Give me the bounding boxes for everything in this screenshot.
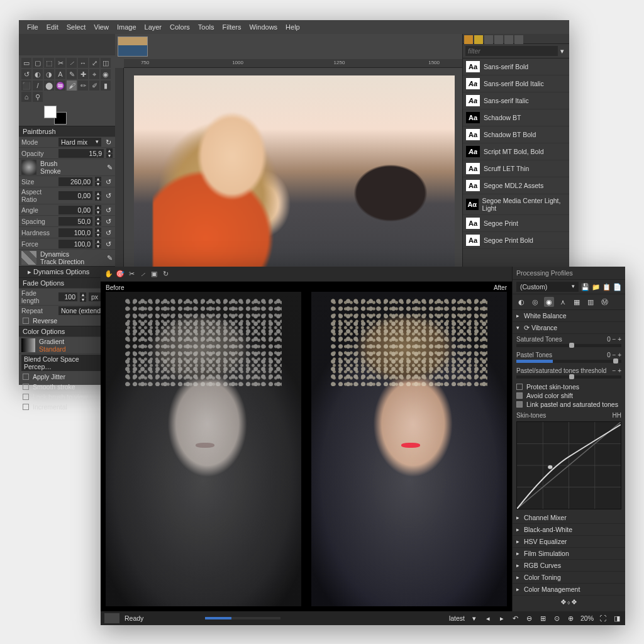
advanced-tab-icon[interactable]: ⋏ [558,297,568,307]
dropdown-icon[interactable]: ▾ [558,47,567,55]
font-filter-input[interactable] [465,46,558,56]
paste-icon[interactable]: 📄 [613,283,621,291]
font-item[interactable]: AaSans-serif Bold Italic [463,75,569,92]
checkbox[interactable] [516,392,523,399]
tool-icon[interactable]: ♒ [55,80,65,91]
reset-icon[interactable]: ↺ [104,240,113,248]
play-icon[interactable]: ▸ [497,614,506,622]
color-tab-icon[interactable]: ◉ [544,297,554,307]
detail-tab-icon[interactable]: ◎ [530,297,540,307]
tab-icon[interactable] [494,35,503,44]
blend-space-select[interactable]: Blend Color Space Percep… [21,355,113,371]
font-item[interactable]: AaSegoe MDL2 Assets [463,177,569,194]
slider-track[interactable] [516,375,621,379]
jitter-checkbox[interactable] [23,374,29,380]
zoom-in-icon[interactable]: ⊕ [567,614,575,622]
foreground-swatch[interactable] [44,106,57,118]
section-black-and-white[interactable]: Black-and-White [513,524,625,536]
tool-icon[interactable]: ⌖ [89,69,99,79]
font-item[interactable]: AaSans-serif Bold [463,58,569,75]
mode-select[interactable]: Hard mix [58,138,101,147]
section-film-simulation[interactable]: Film Simulation [513,548,625,560]
tool-icon[interactable]: ✏ [78,80,88,91]
font-item[interactable]: AαSegoe Media Center Light, Light [463,194,569,215]
tool-icon[interactable]: ✚ [78,69,88,79]
transform-tab-icon[interactable]: ▦ [572,297,582,307]
checkbox[interactable] [516,401,523,408]
reset-icon[interactable]: ↺ [104,218,113,225]
navigator-thumb[interactable] [104,613,119,623]
tool-icon[interactable]: ▮ [101,80,111,91]
section-color-management[interactable]: Color Management [513,584,625,596]
tool-icon[interactable]: ↺ [21,69,31,79]
tool-icon[interactable]: ↔ [78,58,88,68]
copy-icon[interactable]: 📋 [602,283,611,291]
force-value[interactable]: 100,0 [58,240,92,248]
slider-handle[interactable] [569,374,574,379]
smooth-checkbox[interactable] [23,384,29,390]
menu-edit[interactable]: Edit [43,23,62,31]
meta-tab-icon[interactable]: Ⓜ [599,297,609,307]
tool-icon[interactable]: ✐ [89,80,99,91]
tool-icon[interactable]: ◉ [101,69,111,79]
profile-select[interactable]: (Custom) [516,282,579,292]
section-vibrance[interactable]: ⟳ Vibrance [513,322,625,334]
side-toggle-icon[interactable]: ◨ [613,614,621,622]
zoom-fit-icon[interactable]: ⊞ [539,614,548,622]
menu-windows[interactable]: Windows [246,23,280,31]
tool-icon[interactable]: ⬤ [44,80,54,91]
tool-icon[interactable]: ◑ [44,69,54,79]
section-channel-mixer[interactable]: Channel Mixer [513,512,625,524]
menu-colors[interactable]: Colors [167,23,193,31]
hand-tool-icon[interactable]: ✋ [104,270,113,279]
fullscreen-icon[interactable]: ⛶ [599,614,608,622]
tool-icon[interactable]: ⬛ [21,80,31,91]
section-color-toning[interactable]: Color Toning [513,572,625,584]
undo-icon[interactable]: ↶ [511,614,520,622]
preview-after[interactable]: After [308,283,511,610]
slider-track[interactable] [516,344,621,347]
section-white-balance[interactable]: White Balance [513,310,625,322]
tool-icon[interactable]: ⤢ [89,58,99,68]
rotate-icon[interactable]: ↻ [161,270,170,279]
dropdown-icon[interactable]: ▾ [470,614,479,622]
tool-icon[interactable]: ▭ [21,58,31,68]
tool-icon[interactable]: ◫ [101,58,111,68]
font-item[interactable]: AaScript MT Bold, Bold [463,143,569,160]
fade-length-value[interactable]: 100 [58,292,77,301]
dynamics-preview[interactable] [21,251,36,265]
tool-icon[interactable]: ⟋ [67,58,77,68]
zoom-100-icon[interactable]: ⊙ [553,614,562,622]
reset-icon[interactable]: ↻ [104,138,113,146]
spin-down-icon[interactable]: ▼ [106,153,113,158]
menu-view[interactable]: View [91,23,112,31]
angle-value[interactable]: 0,00 [58,206,92,214]
folder-icon[interactable]: 📁 [592,283,600,291]
tool-icon[interactable]: / [33,80,43,91]
slider-track[interactable] [516,360,621,363]
tool-icon[interactable]: ✎ [67,69,77,79]
tool-icon[interactable]: ◐ [33,69,43,79]
tab-icon[interactable] [484,35,493,44]
font-item[interactable]: AaSegoe Print Bold [463,232,569,249]
font-item[interactable]: AaSegoe Print [463,215,569,232]
menu-image[interactable]: Image [114,23,140,31]
menu-tools[interactable]: Tools [195,23,218,31]
crop-icon[interactable]: ▣ [150,270,158,279]
menu-filters[interactable]: Filters [219,23,245,31]
brush-preview[interactable] [21,160,36,175]
font-item[interactable]: AaSchadow BT Bold [463,126,569,143]
section-rgb-curves[interactable]: RGB Curves [513,560,625,572]
slider-handle[interactable] [613,358,618,364]
reset-icon[interactable]: ↺ [104,206,113,214]
reset-icon[interactable]: ↺ [104,229,113,236]
menu-file[interactable]: File [24,23,42,31]
slider-handle[interactable] [569,343,574,348]
size-value[interactable]: 260,00 [58,177,92,186]
menu-select[interactable]: Select [64,23,89,31]
preview-before[interactable]: Before [102,283,305,610]
color-swatches[interactable] [44,106,67,125]
edit-brush-icon[interactable]: ✎ [107,164,113,171]
opacity-value[interactable]: 15,9 [58,149,104,158]
hardness-value[interactable]: 100,0 [58,228,92,237]
